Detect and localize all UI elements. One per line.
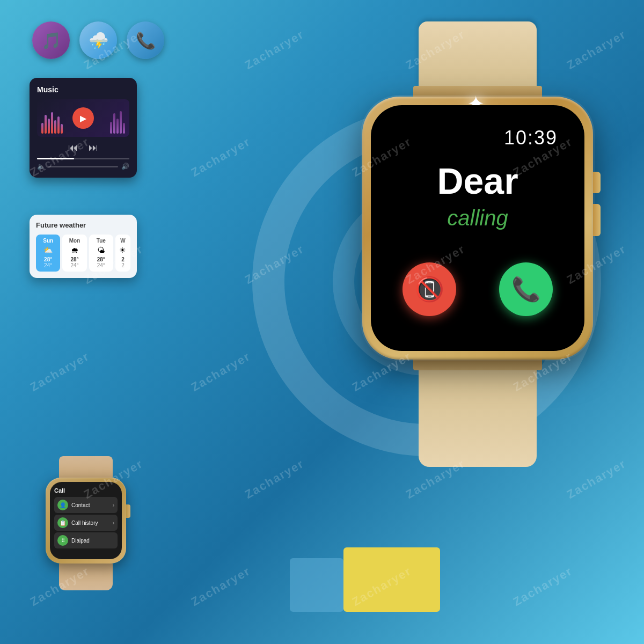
contact-label: Contact — [71, 502, 109, 508]
music-bar — [54, 120, 56, 134]
weather-card-title: Future weather — [36, 221, 130, 229]
music-bar — [61, 124, 63, 134]
call-icon: 📞 — [136, 31, 156, 50]
weather-app-icon[interactable]: ⛈️ — [79, 21, 117, 59]
music-bar — [123, 123, 125, 134]
music-bar — [48, 119, 50, 134]
accept-phone-icon: 📞 — [511, 275, 541, 303]
weather-day-tuesday: Tue 🌤 28° 24° — [89, 235, 113, 272]
weather-temp-low: 24° — [64, 262, 84, 268]
weather-day-wednesday: W ☀ 2 2 — [115, 235, 130, 272]
dialpad-label: Dialpad — [71, 538, 114, 544]
main-watch-button-1[interactable] — [593, 172, 601, 193]
weather-day-name: Sun — [38, 238, 58, 244]
bg-rect-blue — [290, 558, 343, 612]
volume-high-icon: 🔊 — [121, 163, 129, 170]
weather-day-monday: Mon 🌧 28° 24° — [62, 235, 86, 272]
music-bar — [116, 119, 119, 134]
volume-low-icon: 🔈 — [37, 163, 45, 170]
weather-day-name: Tue — [91, 238, 111, 244]
weather-days: Sun ⛅ 28° 24° Mon 🌧 28° 24° Tue 🌤 28° 24… — [36, 235, 130, 272]
contact-icon: 👤 — [57, 500, 68, 510]
watch-time: 10:39 — [504, 127, 558, 149]
call-history-arrow: › — [113, 520, 114, 526]
music-bar — [51, 112, 53, 134]
music-visual: ▶ — [37, 99, 129, 137]
call-history-icon: 📋 — [57, 517, 68, 528]
call-menu-history[interactable]: 📋 Call history › — [54, 515, 118, 531]
music-app-icon[interactable]: 🎵 — [32, 21, 70, 59]
call-menu-contact[interactable]: 👤 Contact › — [54, 497, 118, 513]
app-icons-row: 🎵 ⛈️ 📞 — [32, 21, 164, 59]
call-menu-dialpad[interactable]: ⠿ Dialpad — [54, 532, 118, 548]
watermark-text: Zacharyer — [28, 349, 92, 394]
bg-rect-yellow — [343, 547, 440, 612]
watermark-text: Zacharyer — [243, 27, 307, 72]
watermark-text: Zacharyer — [189, 349, 253, 394]
music-card-title: Music — [37, 85, 129, 94]
weather-temp-low: 2 — [118, 262, 128, 268]
watermark-text: Zacharyer — [189, 564, 253, 609]
weather-temp-high: 28° — [64, 257, 84, 262]
watch-accept-button[interactable]: 📞 — [499, 262, 553, 316]
music-bar — [113, 113, 115, 134]
music-next-button[interactable]: ⏭ — [89, 142, 98, 153]
small-watch-body: Call 👤 Contact › 📋 Call history › ⠿ Dial… — [46, 456, 126, 590]
weather-temp-low: 24° — [91, 262, 111, 268]
watch-decline-button[interactable]: 📵 — [402, 262, 456, 316]
weather-icon-mon: 🌧 — [64, 246, 84, 254]
music-card: Music ▶ ⏮ ⏭ 🔈 🔊 — [30, 78, 137, 178]
music-bar — [41, 123, 43, 134]
music-icon: 🎵 — [41, 31, 61, 50]
music-previous-button[interactable]: ⏮ — [68, 142, 78, 153]
weather-card: Future weather Sun ⛅ 28° 24° Mon 🌧 28° 2… — [30, 215, 137, 278]
weather-day-sunday: Sun ⛅ 28° 24° — [36, 235, 60, 272]
watch-caller-name: Dear — [437, 160, 518, 202]
watermark-text: Zacharyer — [243, 457, 307, 502]
music-progress-bar[interactable] — [37, 158, 129, 159]
music-progress-fill — [37, 158, 74, 159]
weather-temp-high: 28° — [38, 257, 58, 262]
weather-temp-high: 2 — [118, 257, 128, 262]
music-bar — [45, 115, 47, 134]
small-watch-band-bottom — [59, 564, 113, 590]
weather-icon-wed: ☀ — [118, 246, 128, 254]
decline-phone-icon: 📵 — [415, 275, 444, 303]
music-bars-left — [41, 112, 63, 134]
weather-day-name: Mon — [64, 238, 84, 244]
call-menu: Call 👤 Contact › 📋 Call history › ⠿ Dial… — [54, 487, 118, 548]
small-watch-screen: Call 👤 Contact › 📋 Call history › ⠿ Dial… — [50, 482, 122, 559]
small-watch-case: Call 👤 Contact › 📋 Call history › ⠿ Dial… — [46, 478, 126, 564]
main-watch-band-bottom-connector — [413, 360, 542, 370]
watermark-text: Zacharyer — [511, 564, 575, 609]
small-watch: Call 👤 Contact › 📋 Call history › ⠿ Dial… — [30, 456, 142, 590]
main-watch-band-top — [419, 21, 537, 86]
watermark-text: Zacharyer — [189, 135, 253, 180]
main-watch-button-2[interactable] — [593, 204, 601, 236]
music-bar — [57, 116, 60, 134]
call-menu-title: Call — [54, 487, 118, 494]
music-bar — [110, 122, 112, 134]
dialpad-icon: ⠿ — [57, 535, 68, 546]
main-watch-band-bottom — [419, 370, 537, 467]
main-watch-case: ✦ ✦ 10:39 Dear calling 📵 📞 — [362, 97, 593, 360]
weather-icon: ⛈️ — [89, 31, 108, 50]
main-watch-band-top-connector — [413, 86, 542, 97]
watch-calling-text: calling — [447, 206, 508, 230]
main-watch-screen: 10:39 Dear calling 📵 📞 — [371, 105, 584, 351]
main-watch: ✦ ✦ 10:39 Dear calling 📵 📞 — [343, 21, 612, 467]
small-watch-button[interactable] — [126, 504, 130, 518]
weather-day-name: W — [118, 238, 128, 244]
weather-icon-sun: ⛅ — [38, 246, 58, 254]
weather-temp-high: 28° — [91, 257, 111, 262]
music-bar — [120, 111, 122, 134]
music-play-button[interactable]: ▶ — [72, 107, 94, 129]
contact-arrow: › — [113, 502, 114, 508]
weather-icon-tue: 🌤 — [91, 246, 111, 254]
music-bars-right — [110, 111, 125, 134]
volume-bar[interactable] — [48, 166, 118, 167]
watch-call-buttons: 📵 📞 — [402, 262, 553, 316]
music-controls: ⏮ ⏭ — [37, 142, 129, 153]
call-app-icon[interactable]: 📞 — [127, 21, 164, 59]
weather-temp-low: 24° — [38, 262, 58, 268]
